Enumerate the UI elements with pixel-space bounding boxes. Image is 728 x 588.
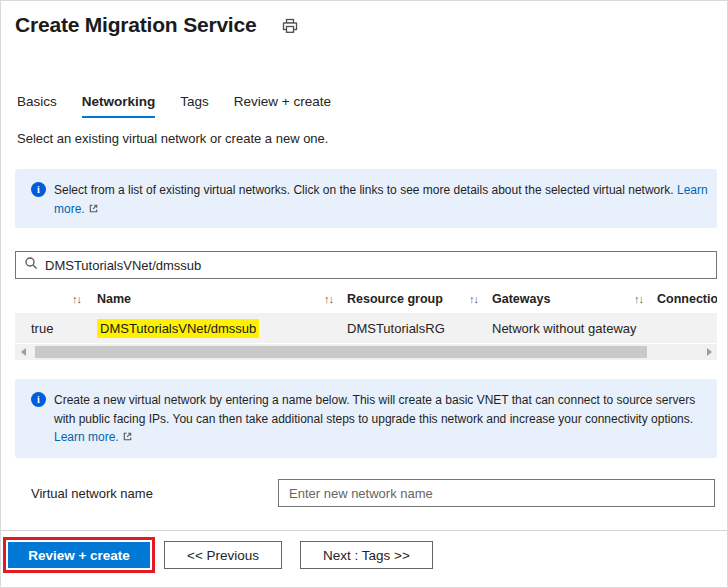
column-label: Connections: [657, 292, 717, 306]
footer-actions: Review + create << Previous Next : Tags …: [3, 537, 433, 573]
table-header-row: ↑↓ Name ↑↓ Resource group ↑↓ Gateways ↑↓…: [15, 285, 717, 313]
info-banner-new-network: i Create a new virtual network by enteri…: [15, 379, 717, 458]
review-create-highlight-box: Review + create: [3, 537, 155, 573]
create-migration-service-page: Create Migration Service Basics Networki…: [0, 0, 728, 588]
search-icon: [24, 256, 38, 274]
banner-body: Select from a list of existing virtual n…: [54, 181, 709, 216]
scroll-right-arrow-icon[interactable]: [701, 344, 717, 360]
cell-name: DMSTutorialsVNet/dmssub: [97, 319, 347, 338]
scroll-left-arrow-icon[interactable]: [15, 344, 31, 360]
search-input[interactable]: [45, 258, 708, 273]
column-header-resource-group[interactable]: Resource group ↑↓: [347, 292, 492, 306]
tab-tags[interactable]: Tags: [180, 94, 209, 118]
info-banner-existing-networks: i Select from a list of existing virtual…: [15, 169, 717, 228]
column-header-name[interactable]: Name ↑↓: [97, 292, 347, 306]
page-title: Create Migration Service: [15, 13, 256, 37]
column-header-selected[interactable]: ↑↓: [15, 293, 97, 305]
print-icon[interactable]: [282, 18, 298, 34]
network-name-link[interactable]: DMSTutorialsVNet/dmssub: [97, 319, 259, 338]
banner-body: Create a new virtual network by entering…: [54, 391, 709, 446]
next-tags-button[interactable]: Next : Tags >>: [300, 541, 433, 569]
sort-icon[interactable]: ↑↓: [634, 293, 643, 305]
review-create-button[interactable]: Review + create: [8, 542, 150, 568]
column-label: Resource group: [347, 292, 443, 306]
horizontal-scrollbar[interactable]: [15, 344, 717, 360]
table-row[interactable]: true DMSTutorialsVNet/dmssub DMSTutorial…: [15, 313, 717, 343]
intro-text: Select an existing virtual network or cr…: [17, 131, 328, 146]
sort-icon[interactable]: ↑↓: [324, 293, 333, 305]
banner-text: Select from a list of existing virtual n…: [54, 183, 674, 197]
external-link-icon: [88, 201, 99, 220]
cell-gateways: Network without gateway: [492, 321, 657, 336]
learn-more-link[interactable]: Learn more.: [54, 430, 119, 444]
info-icon: i: [31, 392, 46, 407]
sort-icon[interactable]: ↑↓: [469, 293, 478, 305]
column-header-connections[interactable]: Connections: [657, 292, 717, 306]
banner-text: Create a new virtual network by entering…: [54, 393, 695, 426]
tab-review-create[interactable]: Review + create: [234, 94, 331, 118]
previous-button[interactable]: << Previous: [164, 541, 282, 569]
virtual-networks-table: ↑↓ Name ↑↓ Resource group ↑↓ Gateways ↑↓…: [15, 285, 717, 360]
cell-resource-group: DMSTutorialsRG: [347, 321, 492, 336]
footer-divider: [1, 530, 728, 531]
tab-basics[interactable]: Basics: [17, 94, 57, 118]
tab-bar: Basics Networking Tags Review + create: [17, 94, 331, 118]
scrollbar-thumb[interactable]: [35, 346, 647, 358]
info-icon: i: [31, 182, 46, 197]
vnet-name-input[interactable]: [278, 479, 715, 507]
sort-icon[interactable]: ↑↓: [72, 293, 81, 305]
tab-networking[interactable]: Networking: [82, 94, 156, 118]
page-header: Create Migration Service: [15, 13, 298, 37]
column-label: Gateways: [492, 292, 550, 306]
vnet-name-field-row: Virtual network name: [31, 479, 715, 507]
search-box: [15, 251, 717, 279]
column-label: Name: [97, 292, 131, 306]
column-header-gateways[interactable]: Gateways ↑↓: [492, 292, 657, 306]
external-link-icon: [122, 429, 133, 448]
cell-selected: true: [15, 321, 97, 336]
vnet-name-label: Virtual network name: [31, 486, 278, 501]
